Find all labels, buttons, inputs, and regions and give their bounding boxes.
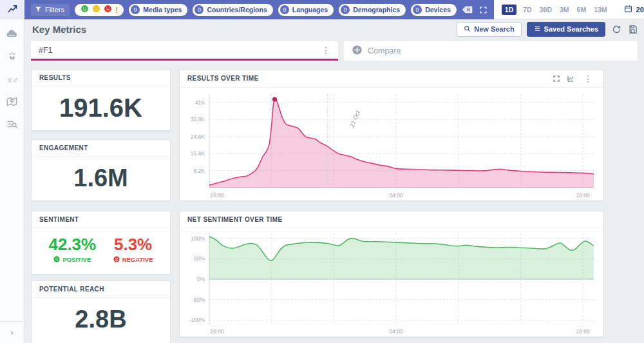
- neutral-smiley-icon: [92, 4, 100, 15]
- range-30d[interactable]: 30D: [538, 5, 553, 15]
- sidebar: ♀♂ ›: [0, 0, 24, 343]
- filter-count-badge: 0: [413, 5, 422, 14]
- sidebar-item-demographics[interactable]: ♀♂: [6, 74, 19, 86]
- search-icon: [464, 25, 471, 34]
- sentiment-values: 42.3% POSITIVE 5.3%: [32, 228, 170, 264]
- svg-text:8.2K: 8.2K: [194, 168, 205, 174]
- sidebar-item-wordcloud[interactable]: [6, 28, 19, 41]
- content-grid: RESULTS 191.6K ENGAGEMENT 1.6M SENTIMENT: [31, 69, 638, 343]
- metrics-column: RESULTS 191.6K ENGAGEMENT 1.6M SENTIMENT: [31, 69, 171, 343]
- charts-column: RESULTS OVER TIME: [179, 69, 603, 343]
- sidebar-icon-list: ♀♂: [6, 28, 19, 132]
- word-cloud-icon: [6, 28, 18, 43]
- sidebar-collapse-button[interactable]: ›: [0, 321, 24, 343]
- saved-searches-label: Saved Searches: [544, 25, 598, 33]
- results-over-time-chart: 41K32.8K24.6K16.4K8.2K21 Oct16:0004:0016…: [180, 88, 603, 201]
- chart-actions: ⋮: [553, 74, 595, 83]
- search-input[interactable]: #F1 ⋮: [31, 41, 338, 61]
- clear-filters-button[interactable]: [462, 5, 473, 14]
- net-sentiment-chart-title: NET SENTIMENT OVER TIME: [187, 216, 283, 223]
- svg-text:50%: 50%: [194, 255, 205, 262]
- card-header: POTENTIAL REACH: [32, 281, 170, 298]
- filter-pill-media-types[interactable]: 0 Media types: [129, 4, 187, 16]
- trending-chart-icon: [6, 3, 18, 17]
- svg-text:16:00: 16:00: [210, 192, 224, 199]
- filter-pill-demographics[interactable]: 0 Demographics: [339, 4, 406, 16]
- list-icon: [534, 25, 541, 34]
- date-range-picker[interactable]: 20/10/24 – 21/10/24: [624, 4, 644, 15]
- sentiment-face-icon: [6, 50, 18, 64]
- range-3m[interactable]: 3M: [558, 5, 571, 15]
- filter-pill-label: Languages: [292, 6, 328, 14]
- negative-smiley-icon: [113, 256, 120, 264]
- app-root: ♀♂ ›: [0, 0, 644, 343]
- save-icon[interactable]: [628, 24, 638, 34]
- filter-count-badge: 0: [194, 5, 204, 14]
- main-area: Filters: [24, 0, 644, 343]
- new-search-button[interactable]: New Search: [457, 22, 521, 37]
- svg-text:0%: 0%: [197, 276, 205, 282]
- filters-button[interactable]: Filters: [31, 4, 70, 16]
- range-7d[interactable]: 7D: [522, 5, 533, 15]
- filters-bar: Filters: [24, 0, 494, 19]
- search-query-text: #F1: [39, 46, 319, 55]
- negative-smiley-icon: [104, 4, 112, 15]
- filter-pill-label: Demographics: [353, 6, 400, 14]
- date-range-text: 20/10/24 – 21/10/24: [636, 6, 644, 14]
- card-header: NET SENTIMENT OVER TIME: [180, 211, 603, 228]
- themes-search-icon: [6, 118, 18, 133]
- card-header: RESULTS OVER TIME: [180, 70, 603, 88]
- plus-circle-icon: [352, 44, 363, 58]
- page-title: Key Metrics: [32, 24, 86, 35]
- saved-searches-button[interactable]: Saved Searches: [527, 22, 605, 37]
- sidebar-item-sentiment[interactable]: [6, 51, 19, 64]
- sidebar-item-analytics[interactable]: [0, 0, 24, 19]
- filter-pill-countries[interactable]: 0 Countries/Regions: [193, 4, 272, 16]
- negative-value: 5.3%: [113, 235, 153, 254]
- filter-pill-devices[interactable]: 0 Devices: [411, 4, 457, 16]
- filter-pill-label: Countries/Regions: [207, 6, 267, 14]
- svg-text:16:00: 16:00: [576, 192, 590, 199]
- svg-text:24.6K: 24.6K: [191, 133, 205, 140]
- svg-text:-50%: -50%: [192, 297, 205, 303]
- positive-smiley-icon: [80, 4, 89, 15]
- chart-type-icon[interactable]: [567, 75, 574, 83]
- svg-text:32.8K: 32.8K: [191, 116, 205, 122]
- results-card-title: RESULTS: [39, 74, 71, 81]
- results-over-time-card: RESULTS OVER TIME: [179, 69, 603, 201]
- filters-bar-actions: [462, 5, 488, 14]
- sidebar-item-worldmap[interactable]: [6, 96, 19, 109]
- time-range-bar: 1D 7D 30D 3M 6M 13M 20/10/24 – 21/10/24: [494, 0, 644, 19]
- positive-label: POSITIVE: [62, 256, 91, 263]
- filters-label: Filters: [45, 6, 64, 14]
- engagement-card: ENGAGEMENT 1.6M: [31, 139, 171, 201]
- positive-value: 42.3%: [48, 235, 96, 254]
- filter-count-badge: 0: [131, 5, 140, 14]
- compare-button[interactable]: Compare: [344, 41, 638, 61]
- filter-pill-label: Media types: [143, 6, 182, 14]
- svg-text:04:00: 04:00: [389, 192, 403, 199]
- sentiment-card: SENTIMENT 42.3% POSITIVE: [31, 211, 171, 275]
- engagement-card-title: ENGAGEMENT: [39, 144, 88, 152]
- kebab-menu-icon[interactable]: ⋮: [319, 46, 333, 55]
- negative-label: NEGATIVE: [122, 256, 153, 263]
- range-6m[interactable]: 6M: [576, 5, 588, 15]
- svg-text:16:00: 16:00: [576, 328, 590, 335]
- sidebar-item-themes[interactable]: [6, 119, 19, 132]
- refresh-icon[interactable]: [612, 24, 621, 34]
- sentiment-filter-pill[interactable]: !: [75, 4, 124, 16]
- compare-label: Compare: [368, 46, 401, 55]
- svg-text:41K: 41K: [195, 99, 205, 106]
- expand-icon[interactable]: [553, 75, 560, 83]
- range-13m[interactable]: 13M: [592, 5, 608, 15]
- filter-pill-languages[interactable]: 0 Languages: [278, 4, 334, 16]
- range-1d[interactable]: 1D: [502, 5, 516, 15]
- kebab-menu-icon[interactable]: ⋮: [581, 74, 595, 83]
- chevron-right-icon: ›: [10, 328, 13, 337]
- negative-caption: NEGATIVE: [113, 256, 153, 264]
- fullscreen-icon[interactable]: [479, 6, 488, 14]
- reach-card-title: POTENTIAL REACH: [39, 286, 104, 293]
- svg-text:16:00: 16:00: [210, 328, 224, 335]
- reach-card: POTENTIAL REACH 2.8B: [31, 280, 171, 343]
- card-header: ENGAGEMENT: [32, 140, 170, 157]
